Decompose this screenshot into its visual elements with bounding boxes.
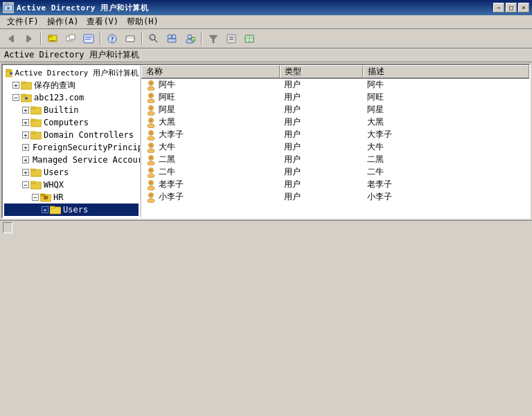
col-header-desc[interactable]: 描述 <box>363 65 529 78</box>
svg-point-21 <box>151 37 152 39</box>
list-item[interactable]: 大牛 用户 大牛 <box>141 141 529 154</box>
toolbar-sep-1 <box>40 33 42 45</box>
svg-rect-9 <box>50 40 55 41</box>
expand-builtin[interactable]: + <box>22 107 29 114</box>
toolbar-btn-8[interactable] <box>163 31 180 46</box>
svg-rect-24 <box>168 39 176 42</box>
tree-item-computers[interactable]: + Computers <box>4 116 139 129</box>
expand-whqx[interactable]: − <box>22 181 29 188</box>
cell-desc: 阿牛 <box>363 79 529 91</box>
svg-point-81 <box>150 144 152 147</box>
toolbar-sep-3 <box>141 33 143 45</box>
svg-point-74 <box>148 124 154 128</box>
expand-fsp[interactable]: + <box>22 144 29 151</box>
cell-name: 二黑 <box>141 154 280 165</box>
close-button[interactable]: × <box>518 3 529 12</box>
col-header-type[interactable]: 类型 <box>280 65 363 78</box>
list-item[interactable]: 大李子 用户 大李子 <box>141 129 529 141</box>
title-bar: Active Directory 用户和计算机 − □ × <box>0 0 532 15</box>
svg-rect-60 <box>40 194 45 196</box>
back-button[interactable] <box>3 31 19 46</box>
toolbar-btn-5[interactable]: ? <box>104 31 121 46</box>
menu-help[interactable]: 帮助(H) <box>123 15 163 29</box>
content-area: Active Directory 用户和计算机 + 保存的查询 − abc123… <box>1 64 531 219</box>
maximize-button[interactable]: □ <box>506 3 517 12</box>
svg-point-89 <box>148 186 154 190</box>
svg-rect-61 <box>44 196 48 199</box>
svg-rect-4 <box>12 35 14 42</box>
svg-point-87 <box>150 169 152 172</box>
status-segment <box>3 222 12 233</box>
svg-point-71 <box>148 111 154 116</box>
tree-item-builtin[interactable]: + Builtin <box>4 104 139 116</box>
expand-msa[interactable]: + <box>22 156 29 163</box>
expand-users2[interactable]: + <box>42 206 48 213</box>
svg-point-90 <box>150 181 152 184</box>
cell-desc: 老李子 <box>363 179 529 190</box>
tree-item-fsp-label: ForeignSecurityPrincip <box>33 143 141 152</box>
toolbar-btn-3[interactable] <box>62 31 79 46</box>
cell-name: 老李子 <box>141 179 280 190</box>
tree-item-saved-label: 保存的查询 <box>34 80 76 91</box>
cell-desc: 小李子 <box>363 191 529 203</box>
tree-item-saved-queries[interactable]: + 保存的查询 <box>4 79 139 91</box>
cell-type: 用户 <box>280 179 363 190</box>
expand-computers[interactable]: + <box>22 119 29 126</box>
menu-file[interactable]: 文件(F) <box>3 15 43 29</box>
svg-rect-58 <box>30 181 35 183</box>
tree-item-users2[interactable]: + Users <box>4 204 139 216</box>
tree-item-whqx[interactable]: − WHQX <box>4 179 139 191</box>
expand-dc[interactable]: + <box>22 132 29 138</box>
toolbar-sep-4 <box>201 33 202 45</box>
menu-view[interactable]: 查看(V) <box>82 15 123 29</box>
list-item[interactable]: 阿牛 用户 阿牛 <box>141 79 529 91</box>
breadcrumb-text: Active Directory 用户和计算机 <box>4 49 139 61</box>
svg-rect-41 <box>21 82 26 84</box>
toolbar-btn-9[interactable]: + <box>181 31 198 46</box>
toolbar-btn-6[interactable] <box>122 31 139 46</box>
svg-point-22 <box>168 35 172 39</box>
toolbar-btn-2[interactable] <box>44 31 61 46</box>
expand-hr[interactable]: − <box>32 194 39 201</box>
toolbar-btn-11[interactable] <box>241 31 258 46</box>
tree-item-users[interactable]: + Users <box>4 166 139 179</box>
toolbar-btn-7[interactable] <box>145 31 162 46</box>
svg-rect-46 <box>30 107 35 109</box>
tree-panel[interactable]: Active Directory 用户和计算机 + 保存的查询 − abc123… <box>3 65 141 217</box>
menu-action[interactable]: 操作(A) <box>43 15 83 29</box>
svg-point-66 <box>150 82 152 84</box>
toolbar-btn-4[interactable] <box>80 31 97 46</box>
list-item[interactable]: 小李子 用户 小李子 <box>141 191 529 204</box>
minimize-button[interactable]: − <box>493 3 504 12</box>
tree-item-root[interactable]: Active Directory 用户和计算机 <box>4 66 139 79</box>
svg-point-77 <box>148 136 154 141</box>
list-item[interactable]: 阿旺 用户 阿旺 <box>141 91 529 104</box>
svg-point-75 <box>150 119 152 122</box>
cell-type: 用户 <box>280 91 363 103</box>
list-item[interactable]: 大黑 用户 大黑 <box>141 116 529 129</box>
status-bar <box>0 220 532 234</box>
breadcrumb-bar: Active Directory 用户和计算机 <box>0 48 532 62</box>
list-item[interactable]: 二黑 用户 二黑 <box>141 154 529 166</box>
tree-item-msa[interactable]: + Managed Service Accour <box>4 154 139 166</box>
expand-users[interactable]: + <box>22 169 29 176</box>
expand-saved-queries[interactable]: + <box>12 82 19 89</box>
tree-item-fsp[interactable]: + ForeignSecurityPrincip <box>4 141 139 154</box>
svg-point-65 <box>148 87 154 91</box>
svg-rect-48 <box>30 119 35 121</box>
expand-abc123[interactable]: − <box>12 94 19 101</box>
cell-type: 用户 <box>280 116 363 128</box>
svg-point-86 <box>148 174 154 178</box>
list-item[interactable]: 老李子 用户 老李子 <box>141 179 529 191</box>
forward-button[interactable] <box>21 31 37 46</box>
svg-point-83 <box>148 161 154 165</box>
tree-item-abc123[interactable]: − abc123.com <box>4 91 139 104</box>
toolbar-btn-filter[interactable] <box>205 31 222 46</box>
toolbar-btn-10[interactable] <box>223 31 240 46</box>
tree-item-dc[interactable]: + Domain Controllers <box>4 129 139 141</box>
tree-item-hr[interactable]: − HR <box>4 191 139 204</box>
tree-item-computers-label: Computers <box>44 118 89 127</box>
list-item[interactable]: 二牛 用户 二牛 <box>141 166 529 179</box>
col-header-name[interactable]: 名称 <box>141 65 280 78</box>
list-item[interactable]: 阿星 用户 阿星 <box>141 104 529 116</box>
